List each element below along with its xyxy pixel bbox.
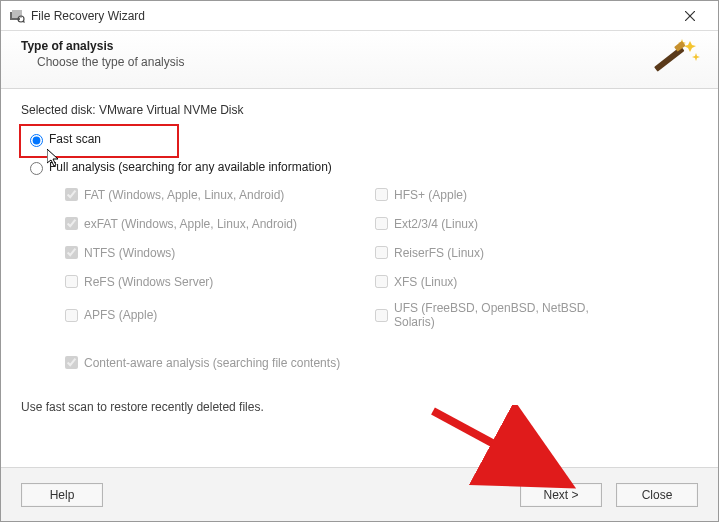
- content-aware-checkbox-row[interactable]: Content-aware analysis (searching file c…: [61, 353, 698, 372]
- full-analysis-label: Full analysis (searching for any availab…: [49, 160, 332, 174]
- fs-checkbox-exfat[interactable]: exFAT (Windows, Apple, Linux, Android): [61, 214, 341, 233]
- fs-label: ReFS (Windows Server): [84, 275, 213, 289]
- fs-checkbox-xfs-input[interactable]: [375, 275, 388, 288]
- full-analysis-radio-row[interactable]: Full analysis (searching for any availab…: [25, 159, 698, 175]
- next-button[interactable]: Next >: [520, 483, 602, 507]
- fast-scan-radio[interactable]: [30, 134, 43, 147]
- fs-label: UFS (FreeBSD, OpenBSD, NetBSD, Solaris): [394, 301, 631, 329]
- fs-checkbox-hfs-input[interactable]: [375, 188, 388, 201]
- full-analysis-radio[interactable]: [30, 162, 43, 175]
- svg-rect-1: [12, 10, 22, 18]
- fs-checkbox-apfs-input[interactable]: [65, 309, 78, 322]
- wizard-header: Type of analysis Choose the type of anal…: [1, 31, 718, 89]
- close-icon: [685, 11, 695, 21]
- fs-label: NTFS (Windows): [84, 246, 175, 260]
- window-close-button[interactable]: [670, 2, 710, 30]
- content-aware-label: Content-aware analysis (searching file c…: [84, 356, 340, 370]
- svg-marker-8: [692, 53, 700, 61]
- fs-checkbox-ufs[interactable]: UFS (FreeBSD, OpenBSD, NetBSD, Solaris): [371, 301, 631, 329]
- fs-checkbox-hfs[interactable]: HFS+ (Apple): [371, 185, 631, 204]
- fs-checkbox-ntfs[interactable]: NTFS (Windows): [61, 243, 341, 262]
- selected-disk-label: Selected disk: VMware Virtual NVMe Disk: [21, 103, 698, 117]
- app-icon: [9, 8, 25, 24]
- svg-marker-6: [684, 41, 696, 52]
- fs-checkbox-reiserfs[interactable]: ReiserFS (Linux): [371, 243, 631, 262]
- fast-scan-label: Fast scan: [49, 132, 101, 146]
- fs-checkbox-fat-input[interactable]: [65, 188, 78, 201]
- fs-checkbox-exfat-input[interactable]: [65, 217, 78, 230]
- fs-label: exFAT (Windows, Apple, Linux, Android): [84, 217, 297, 231]
- hint-text: Use fast scan to restore recently delete…: [21, 400, 698, 414]
- fs-label: ReiserFS (Linux): [394, 246, 484, 260]
- fs-checkbox-fat[interactable]: FAT (Windows, Apple, Linux, Android): [61, 185, 341, 204]
- fs-checkbox-reiserfs-input[interactable]: [375, 246, 388, 259]
- help-button[interactable]: Help: [21, 483, 103, 507]
- fs-checkbox-ext[interactable]: Ext2/3/4 (Linux): [371, 214, 631, 233]
- button-bar: Help Next > Close: [1, 467, 718, 521]
- svg-line-3: [23, 21, 25, 23]
- fs-checkbox-refs[interactable]: ReFS (Windows Server): [61, 272, 341, 291]
- close-button[interactable]: Close: [616, 483, 698, 507]
- fs-checkbox-refs-input[interactable]: [65, 275, 78, 288]
- fs-label: HFS+ (Apple): [394, 188, 467, 202]
- fs-checkbox-ntfs-input[interactable]: [65, 246, 78, 259]
- fs-checkbox-ufs-input[interactable]: [375, 309, 388, 322]
- fs-label: FAT (Windows, Apple, Linux, Android): [84, 188, 284, 202]
- wizard-content: Selected disk: VMware Virtual NVMe Disk …: [1, 89, 718, 420]
- window-title: File Recovery Wizard: [31, 9, 670, 23]
- fs-label: Ext2/3/4 (Linux): [394, 217, 478, 231]
- fs-checkbox-ext-input[interactable]: [375, 217, 388, 230]
- wizard-wand-icon: [652, 37, 700, 81]
- filesystem-grid: FAT (Windows, Apple, Linux, Android) HFS…: [61, 185, 698, 329]
- fast-scan-radio-row[interactable]: Fast scan: [25, 131, 698, 147]
- fs-checkbox-xfs[interactable]: XFS (Linux): [371, 272, 631, 291]
- content-aware-checkbox[interactable]: [65, 356, 78, 369]
- fs-label: XFS (Linux): [394, 275, 457, 289]
- page-heading: Type of analysis: [21, 39, 698, 53]
- page-subheading: Choose the type of analysis: [37, 55, 698, 69]
- fs-label: APFS (Apple): [84, 308, 157, 322]
- fs-checkbox-apfs[interactable]: APFS (Apple): [61, 301, 341, 329]
- titlebar: File Recovery Wizard: [1, 1, 718, 31]
